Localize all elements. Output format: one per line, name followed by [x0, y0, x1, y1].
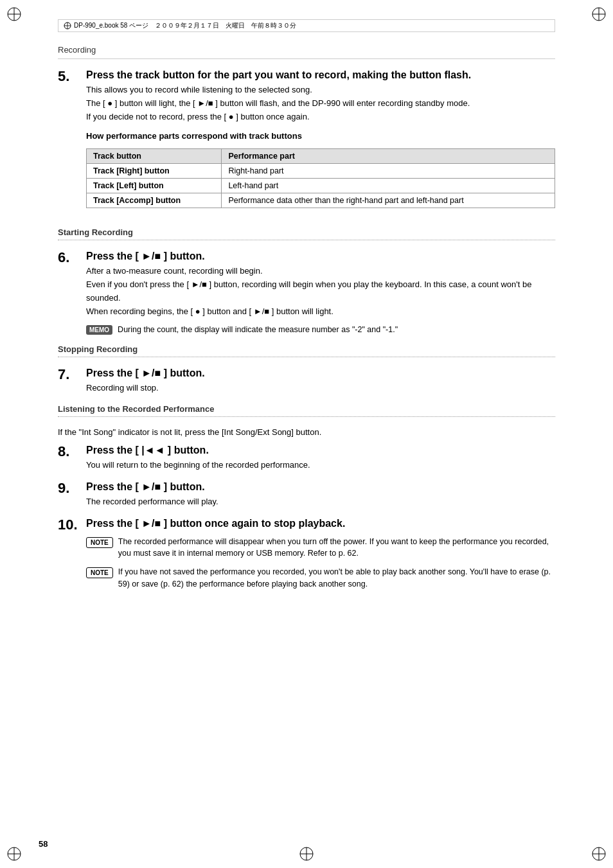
top-rule — [58, 58, 555, 59]
note-1-box: NOTE The recorded performance will disap… — [86, 536, 555, 560]
step-9-content: Press the [ ►/■ ] button. The recorded p… — [86, 481, 555, 509]
step-7-title: Press the [ ►/■ ] button. — [86, 368, 555, 379]
step-6-line-2: Even if you don't press the [ ►/■ ] butt… — [86, 278, 555, 305]
track-table: Track button Performance part Track [Rig… — [86, 148, 555, 208]
table-header-track: Track button — [87, 149, 222, 164]
step-8-block: 8. Press the [ |◄◄ ] button. You will re… — [58, 445, 555, 472]
table-cell-perf-right: Right-hand part — [222, 164, 555, 179]
starting-recording-header: Starting Recording — [58, 227, 555, 237]
table-row: Track [Accomp] button Performance data o… — [87, 193, 555, 208]
listening-divider — [58, 416, 555, 417]
step-10-content: Press the [ ►/■ ] button once again to s… — [86, 518, 555, 594]
step-8-line-1: You will return to the beginning of the … — [86, 459, 555, 472]
step-10-title: Press the [ ►/■ ] button once again to s… — [86, 518, 555, 529]
step-7-number: 7. — [58, 368, 86, 382]
top-strip-circle-icon — [64, 22, 71, 30]
table-cell-track-left: Track [Left] button — [87, 179, 222, 193]
table-cell-perf-left: Left-hand part — [222, 179, 555, 193]
table-cell-perf-accomp: Performance data other than the right-ha… — [222, 193, 555, 208]
corner-tr-icon — [590, 5, 608, 23]
step-9-title: Press the [ ►/■ ] button. — [86, 481, 555, 493]
note-2-label: NOTE — [86, 567, 113, 578]
step-9-body: The recorded performance will play. — [86, 495, 555, 509]
stopping-recording-divider — [58, 357, 555, 357]
step-6-content: Press the [ ►/■ ] button. After a two-me… — [86, 251, 555, 335]
note-2-text: If you have not saved the performance yo… — [118, 566, 555, 590]
top-strip-text: DP-990_e.book 58 ページ ２００９年２月１７日 火曜日 午前８時… — [74, 21, 296, 30]
step-8-title: Press the [ |◄◄ ] button. — [86, 445, 555, 456]
step-10-block: 10. Press the [ ►/■ ] button once again … — [58, 518, 555, 594]
memo-text: During the count, the display will indic… — [118, 324, 398, 336]
step-10-number: 10. — [58, 518, 86, 532]
corner-bl-icon — [5, 845, 23, 863]
step-9-number: 9. — [58, 481, 86, 495]
note-1-label: NOTE — [86, 537, 113, 548]
step-5-body: This allows you to record while listenin… — [86, 84, 555, 123]
corner-tl-icon — [5, 5, 23, 23]
step-9-block: 9. Press the [ ►/■ ] button. The recorde… — [58, 481, 555, 509]
table-row: Track [Left] button Left-hand part — [87, 179, 555, 193]
note-1-text: The recorded performance will disappear … — [118, 536, 555, 560]
step-5-line-2: The [ ● ] button will light, the [ ►/■ ]… — [86, 97, 555, 111]
step-9-line-1: The recorded performance will play. — [86, 495, 555, 509]
subsection-heading: How performance parts correspond with tr… — [86, 131, 555, 141]
step-5-content: Press the track button for the part you … — [86, 69, 555, 218]
step-5-number: 5. — [58, 69, 86, 84]
listening-header: Listening to the Recorded Performance — [58, 404, 555, 414]
step-8-number: 8. — [58, 445, 86, 459]
memo-label: MEMO — [86, 325, 112, 335]
recording-label: Recording — [58, 45, 555, 55]
step-6-block: 6. Press the [ ►/■ ] button. After a two… — [58, 251, 555, 335]
step-5-line-3: If you decide not to record, press the [… — [86, 111, 555, 124]
starting-recording-divider — [58, 240, 555, 240]
table-header-perf: Performance part — [222, 149, 555, 164]
step-6-number: 6. — [58, 251, 86, 265]
step-7-content: Press the [ ►/■ ] button. Recording will… — [86, 368, 555, 395]
step-8-body: You will return to the beginning of the … — [86, 459, 555, 472]
table-cell-track-accomp: Track [Accomp] button — [87, 193, 222, 208]
listening-intro: If the "Int Song" indicator is not lit, … — [58, 427, 555, 437]
stopping-recording-header: Stopping Recording — [58, 344, 555, 354]
step-5-title: Press the track button for the part you … — [86, 69, 555, 81]
step-5-line-1: This allows you to record while listenin… — [86, 84, 555, 97]
step-7-body: Recording will stop. — [86, 382, 555, 395]
table-row: Track [Right] button Right-hand part — [87, 164, 555, 179]
step-8-content: Press the [ |◄◄ ] button. You will retur… — [86, 445, 555, 472]
step-5-block: 5. Press the track button for the part y… — [58, 69, 555, 218]
page-wrapper: DP-990_e.book 58 ページ ２００９年２月１７日 火曜日 午前８時… — [0, 0, 613, 868]
step-7-line-1: Recording will stop. — [86, 382, 555, 395]
step-7-block: 7. Press the [ ►/■ ] button. Recording w… — [58, 368, 555, 395]
memo-box: MEMO During the count, the display will … — [86, 324, 555, 336]
step-6-body: After a two-measure count, recording wil… — [86, 265, 555, 318]
top-strip: DP-990_e.book 58 ページ ２００９年２月１７日 火曜日 午前８時… — [58, 19, 555, 32]
step-6-title: Press the [ ►/■ ] button. — [86, 251, 555, 262]
note-2-box: NOTE If you have not saved the performan… — [86, 566, 555, 590]
step-6-line-1: After a two-measure count, recording wil… — [86, 265, 555, 278]
step-6-line-3: When recording begins, the [ ● ] button … — [86, 305, 555, 319]
center-bottom-icon — [298, 845, 315, 863]
corner-br-icon — [590, 845, 608, 863]
page-number: 58 — [39, 839, 48, 849]
table-cell-track-right: Track [Right] button — [87, 164, 222, 179]
